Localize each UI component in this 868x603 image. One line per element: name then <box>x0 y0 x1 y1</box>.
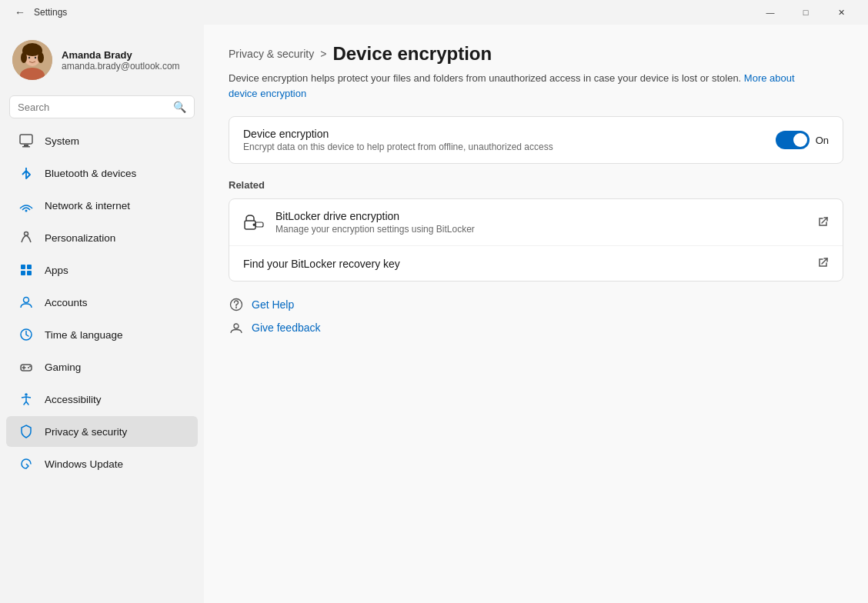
toggle-wrap: On <box>776 131 829 149</box>
related-recovery-key[interactable]: Find your BitLocker recovery key <box>229 245 843 281</box>
page-description: Device encryption helps protect your fil… <box>229 71 813 101</box>
svg-point-22 <box>29 366 31 368</box>
search-icon: 🔍 <box>173 101 186 113</box>
time-icon <box>18 327 34 342</box>
breadcrumb-parent: Privacy & security <box>229 48 314 60</box>
svg-point-23 <box>25 393 28 396</box>
sidebar: Amanda Brady amanda.brady@outlook.com 🔍 … <box>0 25 204 603</box>
device-encryption-desc: Encrypt data on this device to help prot… <box>243 142 776 152</box>
accounts-icon <box>18 295 34 310</box>
personalization-icon <box>18 230 34 245</box>
bitlocker-desc: Manage your encryption settings using Bi… <box>275 224 475 235</box>
bitlocker-icon <box>243 212 265 233</box>
back-button[interactable]: ← <box>9 2 31 23</box>
device-encryption-card: Device encryption Encrypt data on this d… <box>229 116 843 164</box>
sidebar-item-gaming[interactable]: Gaming <box>6 351 198 382</box>
sidebar-label-system: System <box>45 135 79 147</box>
window-controls: — □ ✕ <box>753 0 859 25</box>
svg-rect-14 <box>21 265 25 269</box>
device-encryption-info: Device encryption Encrypt data on this d… <box>243 128 776 152</box>
minimize-button[interactable]: — <box>753 0 788 25</box>
svg-point-18 <box>24 298 29 303</box>
apps-icon <box>18 262 34 278</box>
maximize-button[interactable]: □ <box>788 0 823 25</box>
sidebar-label-accounts: Accounts <box>45 297 88 308</box>
breadcrumb-separator: > <box>320 48 326 60</box>
give-feedback-label: Give feedback <box>252 321 321 334</box>
get-help-label: Get Help <box>252 298 294 311</box>
related-card: BitLocker drive encryption Manage your e… <box>229 198 843 282</box>
search-box[interactable]: 🔍 <box>9 95 195 118</box>
get-help-icon <box>229 297 244 312</box>
accessibility-icon <box>18 391 34 407</box>
sidebar-item-update[interactable]: Windows Update <box>6 448 198 479</box>
sidebar-label-personalization: Personalization <box>45 232 115 244</box>
svg-point-12 <box>25 210 28 212</box>
titlebar-title: Settings <box>31 7 753 18</box>
bitlocker-title: BitLocker drive encryption <box>275 210 475 222</box>
sidebar-item-accessibility[interactable]: Accessibility <box>6 384 198 415</box>
user-section: Amanda Brady amanda.brady@outlook.com <box>0 31 204 92</box>
sidebar-item-accounts[interactable]: Accounts <box>6 287 198 318</box>
recovery-key-title: Find your BitLocker recovery key <box>243 258 400 270</box>
svg-rect-15 <box>27 265 32 269</box>
bluetooth-icon <box>18 165 34 181</box>
user-info: Amanda Brady amanda.brady@outlook.com <box>62 49 180 72</box>
sidebar-label-bluetooth: Bluetooth & devices <box>45 168 136 179</box>
external-link-icon-2 <box>818 257 829 270</box>
breadcrumb-current: Device encryption <box>332 43 492 65</box>
device-encryption-toggle[interactable] <box>776 131 810 149</box>
sidebar-label-accessibility: Accessibility <box>45 394 102 405</box>
sidebar-item-bluetooth[interactable]: Bluetooth & devices <box>6 158 198 188</box>
sidebar-label-time: Time & language <box>45 329 123 341</box>
related-bitlocker[interactable]: BitLocker drive encryption Manage your e… <box>229 199 843 245</box>
user-email: amanda.brady@outlook.com <box>62 61 180 72</box>
device-encryption-row: Device encryption Encrypt data on this d… <box>229 117 843 163</box>
network-icon <box>18 198 34 213</box>
avatar <box>12 40 52 80</box>
svg-point-5 <box>28 57 30 58</box>
system-icon <box>18 133 34 148</box>
svg-point-8 <box>38 52 44 63</box>
device-encryption-title: Device encryption <box>243 128 776 140</box>
privacy-icon <box>18 424 34 439</box>
get-help-link[interactable]: Get Help <box>229 297 843 312</box>
user-name: Amanda Brady <box>62 49 180 61</box>
related-label: Related <box>229 179 843 191</box>
sidebar-item-personalization[interactable]: Personalization <box>6 222 198 253</box>
sidebar-item-apps[interactable]: Apps <box>6 255 198 285</box>
svg-rect-25 <box>255 222 263 227</box>
sidebar-item-network[interactable]: Network & internet <box>6 190 198 221</box>
svg-point-6 <box>35 57 36 58</box>
titlebar: ← Settings — □ ✕ <box>0 0 868 25</box>
sidebar-label-gaming: Gaming <box>45 361 81 373</box>
sidebar-label-privacy: Privacy & security <box>45 426 127 438</box>
sidebar-item-time[interactable]: Time & language <box>6 319 198 350</box>
svg-point-29 <box>235 307 237 308</box>
svg-point-7 <box>21 52 27 63</box>
svg-point-30 <box>234 324 239 328</box>
main-content: Privacy & security > Device encryption D… <box>204 25 868 603</box>
svg-rect-16 <box>21 271 25 275</box>
give-feedback-icon <box>229 320 244 335</box>
give-feedback-link[interactable]: Give feedback <box>229 320 843 335</box>
svg-point-21 <box>28 367 29 368</box>
svg-rect-11 <box>22 146 30 148</box>
svg-rect-10 <box>24 145 28 146</box>
help-links: Get Help Give feedback <box>229 297 843 335</box>
app-container: Amanda Brady amanda.brady@outlook.com 🔍 … <box>0 25 868 603</box>
sidebar-item-system[interactable]: System <box>6 125 198 156</box>
svg-point-13 <box>25 232 28 236</box>
breadcrumb: Privacy & security > Device encryption <box>229 43 843 65</box>
close-button[interactable]: ✕ <box>823 0 859 25</box>
external-link-icon <box>818 216 829 229</box>
search-input[interactable] <box>18 102 167 113</box>
svg-rect-17 <box>27 271 32 275</box>
svg-rect-9 <box>20 135 32 144</box>
update-icon <box>18 456 34 471</box>
sidebar-label-apps: Apps <box>45 265 68 276</box>
sidebar-item-privacy[interactable]: Privacy & security <box>6 416 198 447</box>
sidebar-label-update: Windows Update <box>45 458 123 470</box>
sidebar-label-network: Network & internet <box>45 200 130 212</box>
gaming-icon <box>18 359 34 375</box>
